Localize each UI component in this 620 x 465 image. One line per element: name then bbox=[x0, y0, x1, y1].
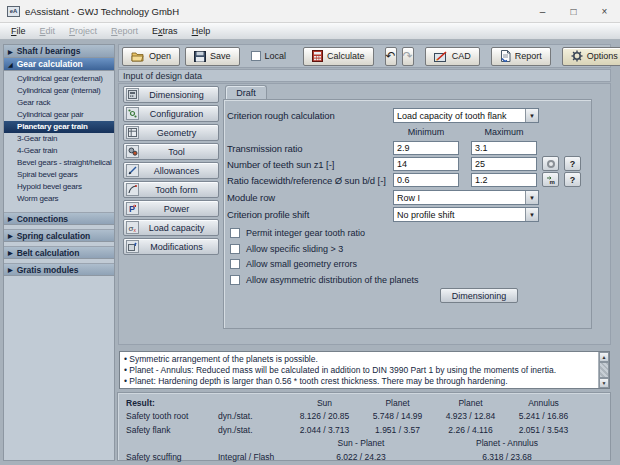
close-button[interactable]: × bbox=[589, 0, 620, 22]
local-checkbox[interactable] bbox=[251, 51, 261, 61]
message-scrollbar[interactable]: ▲ ▼ bbox=[598, 352, 609, 388]
menu-file[interactable]: File bbox=[4, 25, 33, 37]
small-geometry-errors-checkbox[interactable] bbox=[230, 259, 240, 269]
dimensioning-button[interactable]: Dimensioning bbox=[440, 288, 518, 303]
unit-conversion-button[interactable]: m bbox=[542, 172, 559, 187]
permit-integer-ratio-checkbox[interactable] bbox=[230, 228, 240, 238]
sidebar-section-gear-calculation[interactable]: ◢ Gear calculation bbox=[4, 58, 114, 71]
transmission-ratio-min-input[interactable] bbox=[393, 141, 459, 155]
scroll-up-icon[interactable]: ▲ bbox=[599, 352, 609, 362]
specific-sliding-checkbox-row[interactable]: Allow specific sliding > 3 bbox=[230, 244, 343, 254]
calculate-button[interactable]: Calculate bbox=[303, 47, 374, 66]
message-list: • Symmetric arrangement of the planets i… bbox=[120, 352, 598, 388]
sidebar-section-connections[interactable]: ▶ Connections bbox=[4, 212, 114, 225]
sidebar-item-4-gear-train[interactable]: 4-Gear train bbox=[4, 145, 114, 157]
sidebar-item-bevel-gears[interactable]: Bevel gears - straight/helical bbox=[4, 157, 114, 169]
menu-extras[interactable]: Extras bbox=[145, 25, 185, 37]
facewidth-ratio-max-input[interactable] bbox=[471, 173, 537, 187]
power-nav-button[interactable]: P Power bbox=[123, 200, 219, 217]
load-capacity-icon: σx bbox=[126, 221, 139, 234]
asymmetric-distribution-checkbox[interactable] bbox=[230, 275, 240, 285]
result-panel: Result: Sun Planet Planet Annulus Safety… bbox=[117, 392, 611, 461]
asymmetric-distribution-checkbox-row[interactable]: Allow asymmetric distribution of the pla… bbox=[230, 275, 419, 285]
allowances-nav-button[interactable]: Allowances bbox=[123, 162, 219, 179]
sidebar-item-cylindrical-gear-pair[interactable]: Cylindrical gear pair bbox=[4, 109, 114, 121]
safety-scuffing-row: Safety scuffing Integral / Flash 6.022 /… bbox=[118, 450, 610, 464]
sidebar-item-hypoid-bevel-gears[interactable]: Hypoid bevel gears bbox=[4, 181, 114, 193]
sidebar-item-spiral-bevel-gears[interactable]: Spiral bevel gears bbox=[4, 169, 114, 181]
save-disk-icon bbox=[194, 51, 206, 62]
specific-sliding-checkbox[interactable] bbox=[230, 244, 240, 254]
sidebar-item-3-gear-train[interactable]: 3-Gear train bbox=[4, 133, 114, 145]
scroll-down-icon[interactable]: ▼ bbox=[599, 378, 609, 388]
result-col-planet-1: Planet bbox=[361, 398, 434, 408]
safety-flank-row: Safety flank dyn./stat. 2.044 / 3.713 1.… bbox=[118, 423, 610, 437]
sidebar-section-spring-calculation[interactable]: ▶ Spring calculation bbox=[4, 229, 114, 242]
gear-lookup-button[interactable] bbox=[542, 156, 559, 171]
transmission-ratio-max-input[interactable] bbox=[471, 141, 537, 155]
sidebar-section-shaft-bearings[interactable]: ▶ Shaft / bearings bbox=[4, 45, 114, 58]
teeth-sun-max-input[interactable] bbox=[471, 157, 537, 171]
gear-icon bbox=[571, 50, 583, 62]
chevron-right-icon: ▶ bbox=[8, 249, 13, 256]
question-icon: ? bbox=[570, 175, 576, 185]
sidebar-item-worm-gears[interactable]: Worm gears bbox=[4, 193, 114, 205]
permit-integer-ratio-checkbox-row[interactable]: Permit integer gear tooth ratio bbox=[230, 228, 365, 238]
modifications-nav-button[interactable]: Modifications bbox=[123, 238, 219, 255]
teeth-help-button[interactable]: ? bbox=[564, 156, 581, 171]
load-capacity-nav-button[interactable]: σx Load capacity bbox=[123, 219, 219, 236]
sidebar-item-cylindrical-gear-internal[interactable]: Cylindrical gear (internal) bbox=[4, 85, 114, 97]
scrollbar-thumb[interactable] bbox=[599, 362, 609, 378]
minimize-button[interactable]: – bbox=[527, 0, 558, 22]
dimensioning-nav-button[interactable]: Dimensioning bbox=[123, 86, 219, 103]
configuration-nav-button[interactable]: Configuration bbox=[123, 105, 219, 122]
svg-text:m: m bbox=[549, 179, 554, 184]
safety-tooth-root-row: Safety tooth root dyn./stat. 8.126 / 20.… bbox=[118, 410, 610, 424]
sidebar-item-gear-rack[interactable]: Gear rack bbox=[4, 97, 114, 109]
geometry-nav-button[interactable]: Geometry bbox=[123, 124, 219, 141]
options-button[interactable]: Options bbox=[562, 47, 620, 66]
undo-button[interactable]: ↶ bbox=[385, 47, 397, 66]
local-label: Local bbox=[265, 51, 287, 61]
application-window: { "window": { "title": "eAssistant - GWJ… bbox=[0, 0, 620, 465]
message-line: • Planet: Hardening depth is larger than… bbox=[124, 376, 594, 387]
redo-button: ↷ bbox=[402, 47, 414, 66]
local-checkbox-row[interactable]: Local bbox=[245, 51, 293, 61]
chevron-right-icon: ▶ bbox=[8, 232, 13, 239]
criterion-rough-select[interactable]: Load capacity of tooth flank ▼ bbox=[393, 108, 539, 123]
profile-shift-select[interactable]: No profile shift ▼ bbox=[393, 207, 539, 222]
sidebar-item-cylindrical-gear-external[interactable]: Cylindrical gear (external) bbox=[4, 73, 114, 85]
menu-edit: Edit bbox=[33, 25, 63, 37]
tooth-form-nav-button[interactable]: Tooth form bbox=[123, 181, 219, 198]
facewidth-help-button[interactable]: ? bbox=[564, 172, 581, 187]
menu-help[interactable]: Help bbox=[185, 25, 218, 37]
sidebar-section-belt-calculation[interactable]: ▶ Belt calculation bbox=[4, 246, 114, 259]
chevron-down-icon: ▼ bbox=[525, 208, 538, 221]
criterion-rough-label: Criterion rough calculation bbox=[227, 110, 335, 121]
small-geometry-errors-checkbox-row[interactable]: Allow small geometry errors bbox=[230, 259, 357, 269]
section-label: Gratis modules bbox=[17, 265, 79, 275]
allowances-icon bbox=[126, 164, 139, 177]
result-title: Result: bbox=[118, 398, 218, 408]
facewidth-ratio-min-input[interactable] bbox=[393, 173, 459, 187]
menu-project: Project bbox=[62, 25, 104, 37]
teeth-sun-min-input[interactable] bbox=[393, 157, 459, 171]
sidebar-section-gratis-modules[interactable]: ▶ Gratis modules bbox=[4, 263, 114, 276]
tool-icon bbox=[126, 145, 139, 158]
dimensioning-icon bbox=[126, 88, 139, 101]
cad-button[interactable]: CAD bbox=[425, 47, 480, 66]
tool-nav-button[interactable]: Tool bbox=[123, 143, 219, 160]
maximize-button[interactable]: □ bbox=[558, 0, 589, 22]
save-button[interactable]: Save bbox=[185, 47, 240, 66]
pair-header-row: Sun - Planet Planet - Annulus bbox=[118, 437, 610, 451]
main-panel: Dimensioning Configuration Geometry Tool… bbox=[118, 83, 611, 345]
chevron-down-icon: ▼ bbox=[525, 191, 538, 204]
report-button[interactable]: Report bbox=[491, 47, 551, 66]
pair-col-planet-annulus: Planet - Annulus bbox=[434, 438, 580, 448]
minimum-column-header: Minimum bbox=[393, 127, 459, 137]
tab-draft[interactable]: Draft bbox=[225, 85, 267, 100]
open-button[interactable]: Open bbox=[122, 47, 180, 66]
sidebar-item-planetary-gear-train[interactable]: Planetary gear train bbox=[4, 121, 114, 133]
module-row-select[interactable]: Row I ▼ bbox=[393, 190, 539, 205]
message-box: • Symmetric arrangement of the planets i… bbox=[119, 351, 610, 389]
